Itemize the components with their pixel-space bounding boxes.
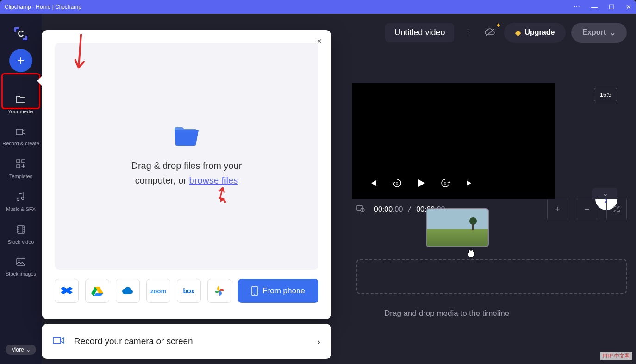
- more-label: More: [11, 346, 24, 353]
- chevron-down-icon: ⌄: [26, 346, 31, 353]
- clipchamp-logo-icon[interactable]: C: [12, 25, 29, 42]
- svg-point-15: [254, 294, 255, 295]
- box-button[interactable]: box: [177, 279, 201, 303]
- forward-5-button[interactable]: 5: [438, 176, 453, 191]
- video-title-input[interactable]: Untitled video: [385, 23, 454, 42]
- add-media-button[interactable]: +: [9, 49, 32, 72]
- zoom-out-button[interactable]: −: [577, 199, 597, 219]
- chevron-right-icon: ›: [317, 336, 320, 347]
- sidebar-item-stock-video[interactable]: Stock video: [0, 225, 42, 245]
- media-clip-thumbnail[interactable]: [426, 208, 489, 247]
- diamond-icon: ◆: [515, 28, 521, 37]
- zoom-in-button[interactable]: +: [547, 199, 567, 219]
- window-controls: ⋯ ― ☐ ✕: [574, 3, 631, 11]
- premium-diamond-icon: ◆: [497, 22, 500, 27]
- svg-text:5: 5: [396, 181, 399, 185]
- phone-icon: [251, 286, 258, 296]
- play-button[interactable]: [414, 176, 429, 191]
- svg-rect-16: [53, 337, 61, 344]
- chevron-down-icon: ⌄: [610, 28, 616, 37]
- folder-open-icon: [173, 125, 200, 149]
- sidebar: C + Your media Record & create Tem: [0, 14, 42, 364]
- record-card-label: Record your camera or screen: [74, 336, 308, 346]
- svg-rect-2: [17, 160, 20, 163]
- svg-rect-1: [16, 129, 23, 135]
- window-title: Clipchamp - Home | Clipchamp: [5, 4, 574, 10]
- onedrive-button[interactable]: [116, 279, 140, 303]
- sidebar-item-label: Stock images: [6, 271, 36, 277]
- timeline: Drag and drop media to the timeline: [356, 231, 627, 294]
- skip-back-button[interactable]: [366, 176, 380, 191]
- content-area: Untitled video ⋮ ◆ ◆ Upgrade Export ⌄ 16…: [42, 14, 636, 364]
- folder-icon: [16, 95, 26, 106]
- timeline-collapse-button[interactable]: ⌄: [592, 188, 617, 199]
- sidebar-item-label: Stock video: [8, 239, 34, 245]
- google-photos-button[interactable]: [207, 279, 231, 303]
- film-icon: [16, 225, 25, 236]
- rewind-5-button[interactable]: 5: [390, 176, 405, 191]
- sidebar-item-music-sfx[interactable]: Music & SFX: [0, 192, 42, 212]
- svg-rect-3: [22, 160, 25, 163]
- export-label: Export: [582, 28, 606, 37]
- add-track-icon[interactable]: [356, 204, 365, 214]
- upgrade-label: Upgrade: [524, 28, 555, 37]
- sidebar-item-label: Templates: [9, 173, 32, 179]
- svg-text:C: C: [18, 29, 24, 38]
- music-icon: [16, 192, 25, 204]
- window-maximize-icon[interactable]: ☐: [609, 3, 615, 11]
- templates-icon: [16, 159, 25, 171]
- svg-point-9: [19, 260, 20, 261]
- sidebar-item-label: Record & create: [2, 141, 39, 146]
- dropzone[interactable]: Drag & drop files from your computer, or…: [55, 43, 318, 270]
- grab-cursor-icon: [466, 247, 478, 259]
- google-drive-button[interactable]: [85, 279, 109, 303]
- svg-rect-4: [17, 165, 20, 168]
- window-minimize-icon[interactable]: ―: [591, 3, 598, 11]
- source-row: zoom box From phone: [55, 279, 318, 303]
- window-more-icon[interactable]: ⋯: [574, 3, 580, 11]
- from-phone-label: From phone: [262, 286, 305, 296]
- titlebar: Clipchamp - Home | Clipchamp ⋯ ― ☐ ✕: [0, 0, 636, 14]
- more-button[interactable]: More ⌄: [6, 345, 36, 355]
- more-options-button[interactable]: ⋮: [460, 24, 476, 41]
- browse-files-link[interactable]: browse files: [189, 175, 238, 185]
- upgrade-button[interactable]: ◆ Upgrade: [504, 23, 566, 43]
- export-button[interactable]: Export ⌄: [571, 23, 627, 43]
- sidebar-item-stock-images[interactable]: Stock images: [0, 258, 42, 277]
- camera-icon: [16, 127, 26, 138]
- sidebar-item-label: Music & SFX: [6, 206, 36, 212]
- skip-forward-button[interactable]: [462, 176, 477, 191]
- timeline-toolbar: 00:00.00 / 00:00.00 + −: [356, 199, 627, 219]
- dropzone-text: Drag & drop files from your computer, or…: [131, 158, 242, 188]
- sidebar-item-templates[interactable]: Templates: [0, 159, 42, 179]
- sidebar-item-your-media[interactable]: Your media: [0, 95, 42, 114]
- playback-controls: 5 5: [366, 176, 477, 191]
- dropbox-button[interactable]: [55, 279, 79, 303]
- svg-text:5: 5: [444, 181, 447, 185]
- cloud-sync-button[interactable]: ◆: [482, 24, 499, 41]
- fit-button[interactable]: [606, 199, 627, 219]
- camera-icon: [53, 335, 65, 347]
- red-arrow-cursor-icon: [217, 186, 231, 207]
- zoom-button[interactable]: zoom: [146, 279, 170, 303]
- image-icon: [16, 258, 25, 268]
- close-popup-button[interactable]: ✕: [317, 37, 322, 45]
- svg-rect-8: [17, 258, 25, 265]
- sidebar-item-label: Your media: [8, 109, 33, 114]
- window-close-icon[interactable]: ✕: [626, 3, 631, 11]
- from-phone-button[interactable]: From phone: [238, 279, 318, 303]
- record-card[interactable]: Record your camera or screen ›: [42, 324, 331, 359]
- import-media-popup: ✕ Drag & drop files from your computer, …: [42, 30, 331, 319]
- watermark: PHP 中文网: [600, 352, 632, 360]
- timeline-hint: Drag and drop media to the timeline: [384, 309, 509, 318]
- timeline-track[interactable]: [356, 259, 627, 294]
- aspect-ratio-button[interactable]: 16:9: [594, 88, 617, 101]
- sidebar-item-record-create[interactable]: Record & create: [0, 127, 42, 146]
